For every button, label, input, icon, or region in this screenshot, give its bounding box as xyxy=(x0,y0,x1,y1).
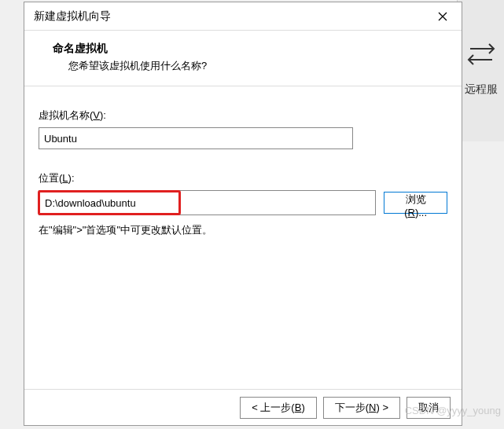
close-button[interactable] xyxy=(432,6,454,28)
header-subtitle: 您希望该虚拟机使用什么名称? xyxy=(68,59,440,73)
background-label: 远程服 xyxy=(465,82,498,97)
browse-button[interactable]: 浏览(R)... xyxy=(384,192,447,214)
background-panel: 远程服 xyxy=(457,0,504,141)
vm-name-input[interactable] xyxy=(39,127,353,149)
header-title: 命名虚拟机 xyxy=(53,42,440,56)
connection-icon xyxy=(467,39,495,68)
wizard-dialog: 新建虚拟机向导 命名虚拟机 您希望该虚拟机使用什么名称? 虚拟机名称(V): 位… xyxy=(24,2,462,426)
footer: < 上一步(B) 下一步(N) > 取消 xyxy=(24,389,462,425)
cancel-button[interactable]: 取消 xyxy=(407,397,451,419)
back-button[interactable]: < 上一步(B) xyxy=(240,397,317,419)
close-icon xyxy=(438,12,447,21)
header-section: 命名虚拟机 您希望该虚拟机使用什么名称? xyxy=(24,31,462,86)
next-button[interactable]: 下一步(N) > xyxy=(323,397,400,419)
location-highlight xyxy=(38,190,181,215)
dialog-title: 新建虚拟机向导 xyxy=(34,9,111,24)
vm-name-label: 虚拟机名称(V): xyxy=(39,108,447,123)
location-input[interactable] xyxy=(40,192,178,213)
content-area: 虚拟机名称(V): 位置(L): 浏览(R)... 在"编辑">"首选项"中可更… xyxy=(24,86,462,389)
location-input-container[interactable] xyxy=(39,190,376,215)
location-label: 位置(L): xyxy=(39,171,447,185)
location-hint: 在"编辑">"首选项"中可更改默认位置。 xyxy=(39,223,447,237)
titlebar: 新建虚拟机向导 xyxy=(24,2,462,31)
